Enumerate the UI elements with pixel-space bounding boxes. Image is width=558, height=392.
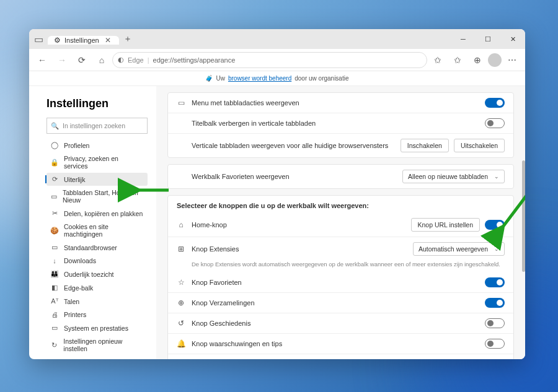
new-tab-button[interactable]: ＋ (119, 33, 136, 45)
scrollbar[interactable] (522, 160, 525, 272)
toolbar: ← → ⟳ ⌂ ◐ Edge | edge://settings/appeara… (29, 49, 525, 71)
row-label: Knop Geschiedenis (192, 320, 250, 327)
nav-label: Instellingen opnieuw instellen (63, 338, 144, 352)
setting-row: ☆Knop Favorieten (168, 272, 513, 292)
nav-label: Profielen (64, 142, 89, 149)
home-button[interactable]: ⌂ (92, 51, 111, 69)
setting-row: 🔔Knop waarschuwingen en tips (168, 333, 513, 354)
toggle[interactable] (485, 98, 505, 108)
row-label: Werkbalk Favorieten weergeven (192, 173, 290, 180)
search-placeholder: In instellingen zoeken (63, 122, 125, 129)
sidebar-item-profielen[interactable]: ◯Profielen (46, 139, 148, 152)
sidebar-item-uiterlijk[interactable]: ⟳Uiterlijk (46, 173, 148, 186)
briefcase-icon: 🧳 (205, 75, 213, 82)
row-icon: ⊞ (177, 245, 185, 253)
nav-icon: ◧ (50, 284, 59, 292)
back-button[interactable]: ← (33, 51, 51, 69)
row-icon: ↺ (177, 319, 185, 328)
collections-icon[interactable]: ⊕ (468, 51, 487, 69)
nav-icon: 🔒 (50, 159, 59, 167)
browser-window: ▭ ⚙ Instellingen ✕ ＋ ─ ☐ ✕ ← → ⟳ ⌂ ◐ Edg… (29, 29, 525, 359)
favorites-icon[interactable]: ✩ (448, 51, 467, 69)
nav-label: Standaardbrowser (64, 244, 117, 251)
row-icon: ☆ (177, 278, 185, 287)
nav-label: Delen, kopiëren en plakken (64, 210, 143, 217)
nav-label: Ouderlijk toezicht (64, 271, 114, 278)
button-inschakelen[interactable]: Inschakelen (401, 139, 449, 152)
sidebar-item-telefoon-en-andere-apparaten[interactable]: 📱Telefoon en andere apparaten (46, 355, 148, 359)
sidebar-item-ouderlijk-toezicht[interactable]: 👪Ouderlijk toezicht (46, 268, 148, 281)
sidebar-item-talen[interactable]: AᵀTalen (46, 295, 148, 308)
toggle[interactable] (485, 318, 505, 328)
nav-label: Telefoon en andere apparaten (64, 358, 144, 359)
toggle[interactable] (485, 339, 505, 349)
favorite-add-icon[interactable]: ✩ (428, 51, 447, 69)
row-icon: ⌂ (177, 220, 185, 229)
row-label: Knop Extensies (192, 245, 239, 253)
row-label: Home-knop (192, 221, 227, 229)
edge-icon: ◐ (118, 56, 124, 64)
toggle[interactable] (485, 118, 505, 128)
setting-row: Werkbalk Favorieten weergevenAlleen op n… (168, 165, 513, 188)
nav-label: Cookies en site machtigingen (64, 223, 144, 238)
setting-row: ⊕Knop Verzamelingen (168, 292, 513, 313)
row-label: Verticale tabbladen weergeven voor alle … (192, 142, 388, 149)
maximize-button[interactable]: ☐ (476, 29, 500, 49)
setting-row: ⊞Knop ExtensiesAutomatisch weergeven⌄ (168, 237, 513, 261)
row-label: Knop waarschuwingen en tips (192, 340, 282, 347)
active-tab[interactable]: ⚙ Instellingen ✕ (48, 36, 119, 45)
nav-icon: ↓ (50, 257, 59, 264)
sidebar-item-edge-balk[interactable]: ◧Edge-balk (46, 281, 148, 294)
nav-icon: ▭ (50, 193, 58, 201)
menu-button[interactable]: ⋯ (503, 51, 521, 69)
toggle[interactable] (485, 220, 505, 230)
select[interactable]: Alleen op nieuwe tabbladen⌄ (402, 170, 505, 183)
row-label: Knop Verzamelingen (192, 299, 255, 307)
sidebar-item-systeem-en-prestaties[interactable]: ▭Systeem en prestaties (46, 321, 148, 334)
nav-label: Uiterlijk (64, 176, 85, 183)
addr-url: edge://settings/appearance (153, 56, 236, 64)
sidebar-item-delen-kopi-ren-en-plakken[interactable]: ✂Delen, kopiëren en plakken (46, 207, 148, 220)
toggle[interactable] (485, 277, 505, 287)
setting-row: ⌂Home-knopKnop URL instellen (168, 213, 513, 237)
managed-infobar: 🧳 Uw browser wordt beheerd door uw organ… (29, 71, 525, 86)
close-window-button[interactable]: ✕ (500, 29, 525, 49)
nav-label: Edge-balk (64, 284, 93, 292)
tab-actions-icon[interactable]: ▭ (29, 29, 48, 49)
minimize-button[interactable]: ─ (451, 29, 476, 49)
toggle[interactable] (485, 298, 505, 308)
nav-icon: ↻ (50, 341, 58, 349)
address-bar[interactable]: ◐ Edge | edge://settings/appearance (112, 52, 427, 68)
sidebar-item-cookies-en-site-machtigingen[interactable]: 🍪Cookies en site machtigingen (46, 220, 148, 240)
nav-label: Tabbladen Start, Home en Nieuw (63, 189, 144, 204)
managed-link[interactable]: browser wordt beheerd (228, 75, 291, 82)
sidebar-item-privacy-zoeken-en-services[interactable]: 🔒Privacy, zoeken en services (46, 152, 148, 172)
row-hint: De knop Extensies wordt automatisch weer… (168, 261, 513, 272)
sidebar-item-tabbladen-start-home-en-nieuw[interactable]: ▭Tabbladen Start, Home en Nieuw (46, 186, 148, 206)
nav-icon: ✂ (50, 209, 59, 217)
sidebar-item-printers[interactable]: 🖨Printers (46, 308, 148, 321)
button-uitschakelen[interactable]: Uitschakelen (454, 139, 505, 152)
button[interactable]: Knop URL instellen (411, 218, 480, 232)
sidebar-item-standaardbrowser[interactable]: ▭Standaardbrowser (46, 241, 148, 254)
sidebar-item-downloads[interactable]: ↓Downloads (46, 255, 148, 267)
profile-avatar[interactable] (488, 53, 502, 67)
settings-search[interactable]: 🔍 In instellingen zoeken (46, 118, 148, 134)
nav-icon: ⟳ (50, 175, 59, 183)
section-title: Selecteer de knoppen die u op de werkbal… (168, 196, 513, 213)
forward-button[interactable]: → (53, 51, 71, 69)
nav-label: Privacy, zoeken en services (64, 155, 144, 170)
row-label: Titelbalk verbergen in verticale tabblad… (192, 120, 316, 127)
row-label: Knop Favorieten (192, 279, 242, 286)
chevron-down-icon: ⌄ (494, 246, 499, 252)
sidebar-title: Instellingen (46, 97, 148, 110)
sidebar-item-instellingen-opnieuw-instellen[interactable]: ↻Instellingen opnieuw instellen (46, 335, 148, 355)
tab-title: Instellingen (64, 37, 99, 44)
select[interactable]: Automatisch weergeven⌄ (413, 242, 505, 256)
nav-icon: ◯ (50, 141, 59, 149)
refresh-button[interactable]: ⟳ (73, 51, 91, 69)
settings-sidebar: Instellingen 🔍 In instellingen zoeken ◯P… (29, 86, 156, 359)
chevron-down-icon: ⌄ (494, 173, 499, 180)
row-label: Menu met tabbladacties weergeven (192, 99, 299, 107)
close-tab-icon[interactable]: ✕ (103, 36, 113, 45)
